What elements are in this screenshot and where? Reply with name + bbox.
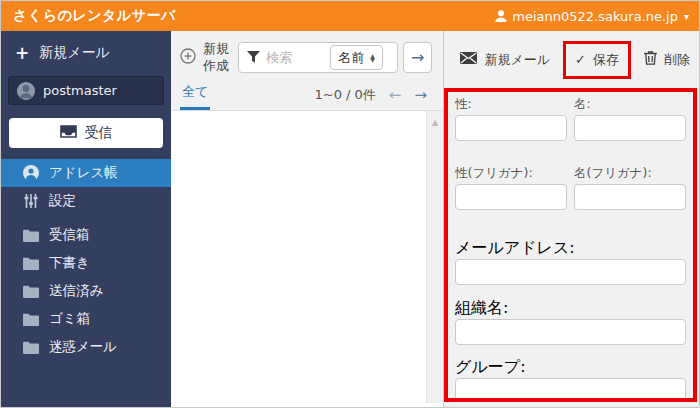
folder-icon: [23, 257, 39, 270]
sidebar-item-label: 迷惑メール: [49, 338, 117, 356]
account-menu[interactable]: meiann0522.sakura.ne.jp ▾: [494, 9, 689, 24]
receive-label: 受信: [85, 124, 113, 142]
save-button[interactable]: ✓ 保存: [575, 51, 619, 69]
sidebar-item-settings[interactable]: 設定: [1, 187, 171, 214]
tab-all-contacts[interactable]: 全て: [180, 83, 210, 110]
folder-icon: [23, 229, 39, 242]
sidebar-item-sent[interactable]: 送信済み: [1, 277, 171, 305]
arrow-right-icon: →: [411, 48, 424, 67]
new-mail-button[interactable]: + 新規メール: [1, 31, 171, 74]
next-page-icon[interactable]: →: [414, 86, 427, 104]
last-name-label: 性:: [455, 96, 567, 111]
furigana-row: 性(フリガナ): 名(フリガナ):: [455, 163, 686, 210]
sidebar-item-label: 下書き: [49, 254, 90, 272]
folder-icon: [23, 313, 39, 326]
sidebar-item-label: 設定: [49, 192, 76, 210]
search-go-button[interactable]: →: [403, 42, 432, 73]
app-header: さくらのレンタルサーバ meiann0522.sakura.ne.jp ▾: [1, 1, 699, 31]
delete-button[interactable]: 削除: [644, 51, 690, 69]
sidebar-item-label: アドレス帳: [49, 164, 118, 182]
check-icon: ✓: [575, 52, 586, 67]
filter-funnel-icon: [247, 48, 260, 67]
sort-arrows-icon: ▲▼: [370, 54, 375, 61]
delete-label: 削除: [664, 51, 690, 69]
sidebar-item-label: 受信箱: [49, 226, 90, 244]
contact-list-area: ▲: [171, 110, 443, 407]
save-annotation-box: ✓ 保存: [563, 41, 631, 79]
user-icon: [494, 9, 508, 23]
circle-plus-icon: [180, 48, 196, 68]
folder-icon: [23, 285, 39, 298]
group-input[interactable]: [455, 378, 686, 402]
app-window: さくらのレンタルサーバ meiann0522.sakura.ne.jp ▾ + …: [0, 0, 700, 408]
sidebar-item-trash[interactable]: ゴミ箱: [1, 305, 171, 333]
list-toolbar: 新規作成 名前 ▲▼: [171, 31, 443, 77]
last-name-input[interactable]: [455, 115, 567, 141]
group-label: グループ:: [455, 357, 526, 376]
plus-icon: +: [15, 45, 29, 62]
sidebar: + 新規メール postmaster 受信: [1, 31, 171, 407]
sidebar-item-label: ゴミ箱: [49, 310, 90, 328]
name-row: 性: 名:: [455, 94, 686, 141]
contact-detail-panel: 新規メール ✓ 保存 削除 性:: [444, 31, 699, 407]
detail-toolbar: 新規メール ✓ 保存 削除: [444, 31, 699, 88]
search-box: 名前 ▲▼: [238, 42, 398, 73]
last-name-kana-label: 性(フリガナ):: [455, 165, 567, 180]
first-name-input[interactable]: [574, 115, 686, 141]
last-name-kana-input[interactable]: [455, 184, 567, 210]
trash-icon: [644, 51, 657, 68]
contact-form-annotation-box: 性: 名: 性(フリガナ): 名(フリガナ):: [444, 88, 697, 402]
email-label: メールアドレス:: [455, 238, 575, 257]
organization-label: 組織名:: [455, 298, 508, 317]
sidebar-item-label: 送信済み: [49, 282, 103, 300]
list-tab-row: 全て 1~0 / 0件 ← →: [171, 77, 443, 110]
compose-contact-button[interactable]: 新規作成: [180, 41, 230, 75]
account-selector[interactable]: postmaster: [8, 76, 164, 105]
compose-label: 新規作成: [203, 41, 230, 75]
inbox-icon: [60, 125, 77, 141]
envelope-icon: [460, 52, 477, 67]
organization-row: 組織名:: [455, 298, 686, 345]
first-name-kana-input[interactable]: [574, 184, 686, 210]
new-mail-label: 新規メール: [39, 44, 110, 62]
search-field-value: 名前: [338, 49, 364, 67]
first-name-kana-label: 名(フリガナ):: [574, 165, 686, 180]
pagination: 1~0 / 0件 ← →: [314, 86, 427, 110]
sidebar-item-address-book[interactable]: アドレス帳: [1, 159, 171, 187]
sliders-icon: [23, 194, 39, 208]
search-group: 名前 ▲▼ →: [238, 42, 432, 73]
email-row: メールアドレス:: [455, 238, 686, 285]
new-mail-label: 新規メール: [484, 51, 550, 69]
first-name-label: 名:: [574, 96, 686, 111]
sidebar-item-drafts[interactable]: 下書き: [1, 249, 171, 277]
new-mail-to-contact-button[interactable]: 新規メール: [460, 51, 550, 69]
folder-icon: [23, 341, 39, 354]
receive-button[interactable]: 受信: [9, 118, 163, 148]
contact-list-panel: 新規作成 名前 ▲▼: [171, 31, 444, 407]
app-title: さくらのレンタルサーバ: [13, 7, 176, 25]
account-name: meiann0522.sakura.ne.jp: [512, 9, 678, 24]
scrollbar[interactable]: ▲: [426, 111, 443, 403]
prev-page-icon[interactable]: ←: [389, 86, 402, 104]
save-label: 保存: [593, 51, 619, 69]
email-input[interactable]: [455, 259, 686, 285]
contact-circle-icon: [23, 165, 39, 181]
sidebar-item-inbox[interactable]: 受信箱: [1, 221, 171, 249]
search-field-select[interactable]: 名前 ▲▼: [330, 45, 383, 70]
organization-input[interactable]: [455, 319, 686, 345]
group-row: グループ:: [455, 357, 686, 402]
pagination-label: 1~0 / 0件: [314, 86, 375, 104]
folder-list: 受信箱 下書き 送信済み ゴミ箱: [1, 221, 171, 361]
sidebar-nav: アドレス帳 設定 受信箱 下書き: [1, 159, 171, 361]
sidebar-item-spam[interactable]: 迷惑メール: [1, 333, 171, 361]
account-selector-label: postmaster: [43, 83, 117, 98]
scroll-up-icon[interactable]: ▲: [427, 111, 443, 127]
avatar: [17, 82, 35, 100]
chevron-down-icon: ▾: [684, 11, 689, 22]
search-input[interactable]: [266, 50, 324, 65]
